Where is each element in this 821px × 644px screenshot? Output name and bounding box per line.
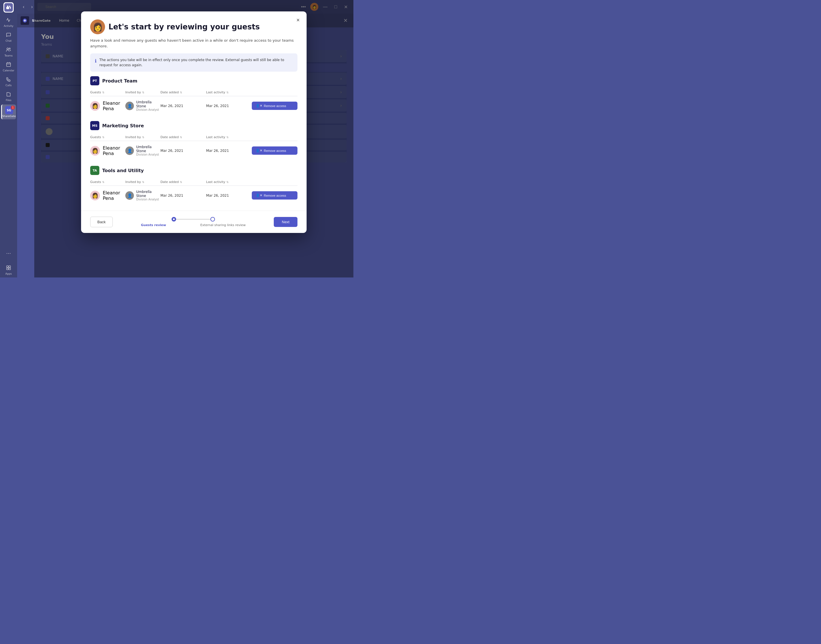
col-date-added: Date added ⇅ bbox=[161, 90, 206, 94]
info-banner: ℹ The actions you take will be in effect… bbox=[90, 54, 297, 72]
team-badge-product: PT bbox=[90, 76, 100, 85]
svg-point-2 bbox=[7, 48, 9, 50]
step-label-1: Guests review bbox=[141, 223, 166, 227]
svg-point-1 bbox=[7, 6, 9, 7]
col-guests-t: Guests ⇅ bbox=[90, 180, 125, 184]
modal-close-button[interactable]: × bbox=[294, 16, 302, 24]
inviter-role: Division Analyst bbox=[136, 108, 161, 111]
sort-icon-guests-t[interactable]: ⇅ bbox=[102, 181, 104, 184]
sidebar-item-activity-label: Activity bbox=[4, 25, 14, 28]
inviter-avatar-m: 👤 bbox=[125, 146, 134, 155]
col-invited-by: Invited by ⇅ bbox=[125, 90, 161, 94]
col-date-m: Date added ⇅ bbox=[161, 135, 206, 139]
svg-rect-7 bbox=[6, 268, 8, 270]
guest-table-marketing: Guests ⇅ Invited by ⇅ Date added ⇅ bbox=[90, 133, 297, 159]
main-content: ‹ › 🔍 ••• 👩 — □ ✕ ShareGate Home Chatbot… bbox=[17, 0, 354, 278]
last-activity-t: Mar 26, 2021 bbox=[206, 193, 252, 198]
sort-icon-date-t[interactable]: ⇅ bbox=[180, 181, 182, 184]
remove-access-button-marketing[interactable]: 👤✕ Remove access bbox=[252, 146, 297, 155]
inviter-cell: 👤 Umbrella Stone Division Analyst bbox=[125, 100, 161, 111]
svg-rect-8 bbox=[9, 268, 11, 270]
info-text: The actions you take will be in effect o… bbox=[100, 57, 293, 67]
remove-access-button-tools[interactable]: 👤✕ Remove access bbox=[252, 191, 297, 199]
modal-title: Let's start by reviewing your guests bbox=[109, 23, 260, 31]
team-badge-tools: TA bbox=[90, 166, 100, 175]
activity-icon bbox=[6, 17, 11, 24]
svg-rect-5 bbox=[6, 266, 8, 267]
col-invited-m: Invited by ⇅ bbox=[125, 135, 161, 139]
date-added-m: Mar 26, 2021 bbox=[161, 149, 206, 153]
sidebar-item-chat-label: Chat bbox=[5, 39, 11, 42]
inviter-info: Umbrella Stone Division Analyst bbox=[136, 100, 161, 111]
col-activity-m: Last activity ⇅ bbox=[206, 135, 252, 139]
sidebar-item-apps[interactable]: Apps bbox=[1, 263, 16, 277]
modal-avatar: 👩 bbox=[90, 19, 105, 34]
team-section-tools: TA Tools and Utility Guests ⇅ Invited by… bbox=[90, 166, 297, 204]
col-last-activity: Last activity ⇅ bbox=[206, 90, 252, 94]
team-name-tools: Tools and Utility bbox=[102, 168, 144, 173]
guest-avatar: 👩 bbox=[90, 101, 100, 111]
inviter-name-m: Umbrella Stone bbox=[136, 145, 161, 153]
sidebar-item-chat[interactable]: Chat bbox=[1, 30, 16, 44]
stepper: Guests review External sharing links rev… bbox=[141, 217, 246, 227]
table-header-tools: Guests ⇅ Invited by ⇅ Date added ⇅ bbox=[90, 178, 297, 186]
review-guests-modal: × 👩 Let's start by reviewing your guests… bbox=[81, 11, 306, 233]
guest-name: Eleanor Pena bbox=[103, 100, 125, 111]
step-dot-2 bbox=[210, 217, 215, 222]
next-button[interactable]: Next bbox=[274, 217, 297, 227]
sort-icon-activity-m[interactable]: ⇅ bbox=[227, 136, 229, 139]
col-activity-t: Last activity ⇅ bbox=[206, 180, 252, 184]
table-header-marketing: Guests ⇅ Invited by ⇅ Date added ⇅ bbox=[90, 133, 297, 141]
back-nav-button[interactable]: ‹ bbox=[21, 3, 26, 11]
sharegate-logo-box bbox=[21, 16, 29, 25]
teams-logo[interactable] bbox=[3, 2, 14, 12]
sidebar-item-activity[interactable]: Activity bbox=[1, 15, 16, 29]
date-added-cell: Mar 26, 2021 bbox=[161, 104, 206, 108]
col-guests: Guests ⇅ bbox=[90, 90, 125, 94]
remove-icon: 👤✕ bbox=[256, 104, 262, 107]
modal-body[interactable]: PT Product Team Guests ⇅ Invited by ⇅ bbox=[81, 76, 306, 211]
modal-header: 👩 Let's start by reviewing your guests bbox=[81, 11, 306, 34]
back-button[interactable]: Back bbox=[90, 217, 113, 227]
remove-access-button-product[interactable]: 👤✕ Remove access bbox=[252, 102, 297, 110]
sidebar-item-calls-label: Calls bbox=[5, 84, 12, 87]
date-added-t: Mar 26, 2021 bbox=[161, 193, 206, 198]
guest-name-t: Eleanor Pena bbox=[103, 190, 125, 201]
team-name-marketing: Marketing Store bbox=[102, 123, 144, 129]
last-activity-cell: Mar 26, 2021 bbox=[206, 104, 252, 108]
sort-icon-invited-m[interactable]: ⇅ bbox=[142, 136, 144, 139]
sort-icon-date-m[interactable]: ⇅ bbox=[180, 136, 182, 139]
inviter-info-t: Umbrella Stone Division Analyst bbox=[136, 190, 161, 201]
sort-icon-guests[interactable]: ⇅ bbox=[102, 91, 104, 94]
col-action-m bbox=[252, 135, 297, 139]
sort-icon-date[interactable]: ⇅ bbox=[180, 91, 182, 94]
teams-icon-sidebar bbox=[6, 47, 11, 54]
sidebar-item-more[interactable]: ··· bbox=[1, 248, 16, 258]
sort-icon-guests-m[interactable]: ⇅ bbox=[102, 136, 104, 139]
col-guests-m: Guests ⇅ bbox=[90, 135, 125, 139]
sort-icon-invited-t[interactable]: ⇅ bbox=[142, 181, 144, 184]
files-icon bbox=[6, 91, 11, 98]
guest-cell-m: 👩 Eleanor Pena bbox=[90, 145, 125, 156]
sort-icon-invited[interactable]: ⇅ bbox=[142, 91, 144, 94]
sidebar-item-sharegate[interactable]: 1 SG ShareGate bbox=[1, 104, 16, 119]
sort-icon-activity-t[interactable]: ⇅ bbox=[227, 181, 229, 184]
sidebar-item-files[interactable]: Files bbox=[1, 90, 16, 103]
guest-cell-t: 👩 Eleanor Pena bbox=[90, 190, 125, 201]
guest-name-m: Eleanor Pena bbox=[103, 145, 125, 156]
last-activity-m: Mar 26, 2021 bbox=[206, 149, 252, 153]
inviter-role-m: Division Analyst bbox=[136, 153, 161, 156]
team-section-marketing: MS Marketing Store Guests ⇅ Invited by ⇅ bbox=[90, 121, 297, 159]
sidebar-item-teams[interactable]: Teams bbox=[1, 45, 16, 59]
guest-cell: 👩 Eleanor Pena bbox=[90, 100, 125, 111]
sort-icon-activity[interactable]: ⇅ bbox=[227, 91, 229, 94]
step-dot-1 bbox=[172, 217, 176, 222]
modal-overlay: × 👩 Let's start by reviewing your guests… bbox=[34, 0, 354, 278]
table-header: Guests ⇅ Invited by ⇅ Date added ⇅ bbox=[90, 89, 297, 96]
inviter-role-t: Division Analyst bbox=[136, 198, 161, 201]
sidebar-item-calendar[interactable]: Calendar bbox=[1, 60, 16, 74]
sidebar-item-sharegate-label: ShareGate bbox=[2, 115, 16, 118]
guest-table-product: Guests ⇅ Invited by ⇅ Date added ⇅ bbox=[90, 89, 297, 114]
sidebar-item-calendar-label: Calendar bbox=[3, 69, 14, 72]
sidebar-item-calls[interactable]: Calls bbox=[1, 75, 16, 89]
